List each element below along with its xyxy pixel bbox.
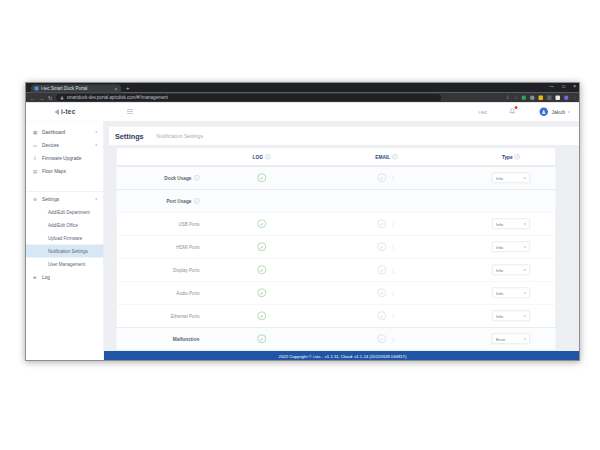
email-options-kebab-icon[interactable]: ⋮ <box>390 174 396 181</box>
sidebar-item-user-management[interactable]: User Management <box>26 258 104 271</box>
extension-icon[interactable] <box>522 95 527 100</box>
email-check-icon[interactable]: ✓ <box>377 266 386 275</box>
window-close-button[interactable]: × <box>573 84 576 89</box>
type-select[interactable]: Info ∨ <box>492 173 530 184</box>
devices-icon: ▭ <box>33 143 42 148</box>
sidebar-item-floor-maps[interactable]: ▤ Floor Maps <box>26 165 104 178</box>
sidebar-item-label: Upload Firmware <box>48 236 82 241</box>
forward-icon[interactable]: → <box>39 95 45 101</box>
notifications-bell-icon[interactable] <box>509 107 516 116</box>
email-options-kebab-icon[interactable]: ⋮ <box>390 220 396 227</box>
settings-gear-icon: ⚙ <box>33 197 42 202</box>
info-icon[interactable]: i <box>515 154 521 160</box>
type-select[interactable]: Info ∨ <box>492 311 530 322</box>
email-check-icon[interactable]: ✓ <box>377 174 386 183</box>
type-select[interactable]: Error ∨ <box>492 334 530 345</box>
window-maximize-button[interactable]: □ <box>562 84 565 89</box>
sidebar-item-log[interactable]: ≣ Log <box>26 271 104 284</box>
sidebar-item-settings[interactable]: ⚙ Settings ∧ <box>26 193 104 206</box>
sidebar-item-label: Floor Maps <box>42 168 66 174</box>
email-check-icon[interactable]: ✓ <box>377 335 386 344</box>
sidebar-item-firmware-upgrade[interactable]: ↥ Firmware Upgrade <box>26 152 104 165</box>
email-options-kebab-icon[interactable]: ⋮ <box>390 289 396 296</box>
extension-icon[interactable] <box>539 95 544 100</box>
type-select[interactable]: Info ∨ <box>492 242 530 253</box>
sidebar-item-notification-settings[interactable]: Notification Settings <box>26 245 104 258</box>
row-label: Port Usage <box>166 198 191 204</box>
sidebar-item-add-edit-office[interactable]: Add/Edit Office <box>26 219 104 232</box>
log-check-icon[interactable]: ✓ <box>257 289 266 298</box>
chevron-icon: ∨ <box>95 143 98 147</box>
notification-badge <box>515 106 518 109</box>
email-options-kebab-icon[interactable]: ⋮ <box>390 243 396 250</box>
email-check-icon[interactable]: ✓ <box>377 312 386 321</box>
sidebar-item-dashboard[interactable]: ▦ Dashboard ∨ <box>26 126 104 139</box>
log-check-icon[interactable]: ✓ <box>257 243 266 252</box>
type-select[interactable]: Info ∨ <box>492 288 530 299</box>
email-options-kebab-icon[interactable]: ⋮ <box>390 312 396 319</box>
sidebar-toggle-icon[interactable] <box>127 109 133 114</box>
extension-icon[interactable] <box>530 95 535 100</box>
info-icon[interactable]: i <box>392 154 398 160</box>
sidebar-item-label: Add/Edit Office <box>48 223 78 228</box>
app-footer: 2022 Copyright © i-tec - v1.1.11, Cloud:… <box>104 351 580 361</box>
log-check-icon[interactable]: ✓ <box>257 266 266 275</box>
chevron-icon: ∧ <box>95 197 98 201</box>
table-row-usb-ports: USB Ports ✓ ✓ ⋮ Info ∨ <box>117 212 556 235</box>
new-tab-button[interactable]: + <box>126 85 130 92</box>
info-icon[interactable]: i <box>194 175 200 181</box>
row-label: Display Ports <box>173 267 200 272</box>
copyright-text: 2022 Copyright © i-tec - v1.1.11, Cloud:… <box>279 354 407 359</box>
user-menu[interactable]: Jakub <box>552 109 565 115</box>
sidebar-item-devices[interactable]: ▭ Devices ∨ <box>26 139 104 152</box>
extension-icon[interactable] <box>556 95 561 100</box>
chevron-down-icon: ∨ <box>523 245 526 249</box>
type-select-value: Info <box>496 244 523 249</box>
profile-avatar-icon[interactable] <box>564 95 569 100</box>
chevron-down-icon: ∨ <box>523 314 526 318</box>
type-select[interactable]: Info ∨ <box>492 219 530 230</box>
email-options-kebab-icon[interactable]: ⋮ <box>390 335 396 342</box>
sidebar-item-label: Log <box>42 274 50 280</box>
user-avatar[interactable] <box>540 108 549 117</box>
browser-window: i-tec Smart Dock Portal × + — □ × ← → ↻ <box>25 82 580 361</box>
download-icon[interactable]: ⇩ <box>506 95 510 100</box>
bookmark-star-icon[interactable]: ☆ <box>513 95 517 100</box>
chevron-down-icon: ∨ <box>567 110 570 114</box>
sidebar-item-label: Notification Settings <box>48 249 88 254</box>
type-select-value: Info <box>496 221 523 226</box>
log-check-icon[interactable]: ✓ <box>257 174 266 183</box>
sidebar-item-upload-firmware[interactable]: Upload Firmware <box>26 232 104 245</box>
row-label: USB Ports <box>178 221 199 226</box>
info-icon[interactable]: i <box>194 198 200 204</box>
browser-menu-icon[interactable]: ⋮ <box>573 95 578 100</box>
table-header-row: LOG i EMAIL i Type i <box>117 148 556 166</box>
chevron-down-icon: ∨ <box>523 222 526 226</box>
email-check-icon[interactable]: ✓ <box>377 220 386 229</box>
sidebar-item-label: Firmware Upgrade <box>42 155 81 161</box>
log-check-icon[interactable]: ✓ <box>257 220 266 229</box>
email-check-icon[interactable]: ✓ <box>377 289 386 298</box>
table-row-port-usage: Port Usage i <box>117 189 556 212</box>
sidebar-item-add-edit-department[interactable]: Add/Edit Department <box>26 206 104 219</box>
log-check-icon[interactable]: ✓ <box>257 335 266 344</box>
browser-tab[interactable]: i-tec Smart Dock Portal × <box>31 85 121 93</box>
chevron-down-icon: ∨ <box>523 176 526 180</box>
address-bar[interactable]: smartdock-dev.portal.apicdisk.com/#!/man… <box>56 94 441 101</box>
back-icon[interactable]: ← <box>30 95 36 101</box>
row-label: HDMI Ports <box>176 244 199 249</box>
sidebar-item-label: Dashboard <box>42 129 65 135</box>
refresh-icon[interactable]: ↻ <box>48 95 53 101</box>
row-label: Dock Usage <box>164 175 191 181</box>
type-select[interactable]: Info ∨ <box>492 265 530 276</box>
tab-close-icon[interactable]: × <box>115 86 118 92</box>
notification-settings-table: LOG i EMAIL i Type i <box>116 148 556 351</box>
email-options-kebab-icon[interactable]: ⋮ <box>390 266 396 273</box>
header-brand-label: i-tec <box>479 109 488 114</box>
info-icon[interactable]: i <box>265 154 271 160</box>
email-check-icon[interactable]: ✓ <box>377 243 386 252</box>
extension-icon[interactable] <box>547 95 552 100</box>
log-check-icon[interactable]: ✓ <box>257 312 266 321</box>
window-minimize-button[interactable]: — <box>549 84 554 89</box>
column-header-type: Type i <box>467 154 556 160</box>
